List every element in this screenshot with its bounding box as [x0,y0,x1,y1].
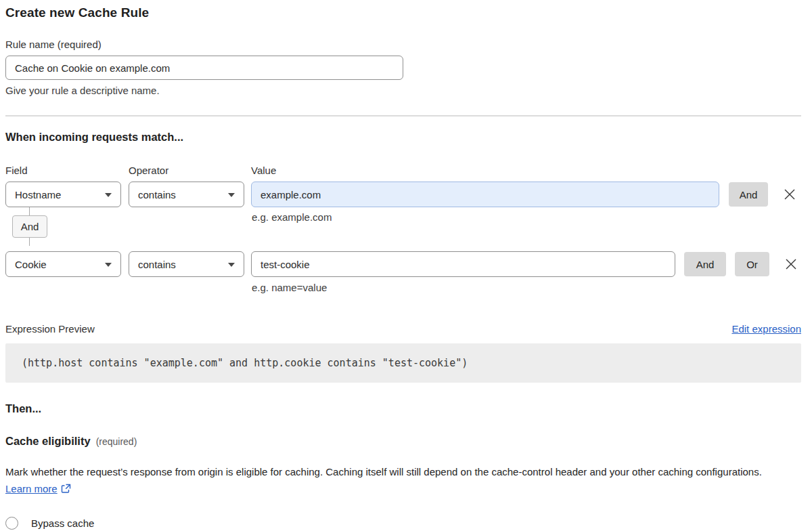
value-column-label: Value [251,165,801,176]
page-title: Create new Cache Rule [5,5,801,20]
x-icon [785,258,797,270]
external-link-icon [61,484,71,494]
field-column-label: Field [5,165,129,176]
rule-name-help: Give your rule a descriptive name. [5,85,801,96]
radio-unselected-icon[interactable] [5,517,18,530]
create-cache-rule-page: Create new Cache Rule Rule name (require… [0,0,812,531]
match-row: Cookie contains And Or [5,251,801,277]
radio-label: Bypass cache [31,517,94,529]
chevron-down-icon [105,193,112,197]
operator-select[interactable]: contains [129,251,244,277]
field-select-value: Hostname [15,189,61,200]
value-hint: e.g. name=value [252,282,801,293]
connector-and-button[interactable]: And [12,215,47,238]
match-column-labels: Field Operator Value [5,165,801,176]
radio-option-bypass-cache[interactable]: Bypass cache [5,517,801,530]
then-heading: Then... [5,402,801,415]
connector-line [29,207,30,215]
operator-select-value: contains [138,259,176,270]
x-icon [784,188,796,200]
and-button[interactable]: And [684,252,726,276]
field-select-value: Cookie [15,259,47,270]
remove-condition-button[interactable] [782,187,797,202]
field-select[interactable]: Hostname [5,182,121,207]
edit-expression-link[interactable]: Edit expression [731,323,801,335]
cache-eligibility-title: Cache eligibility [5,435,91,448]
operator-select-value: contains [138,189,176,200]
expression-code-block: (http.host contains "example.com" and ht… [5,343,801,383]
match-row: Hostname contains And [5,182,801,207]
expression-preview-label: Expression Preview [5,323,95,335]
match-section-heading: When incoming requests match... [5,131,801,144]
remove-condition-button[interactable] [784,257,798,272]
value-input[interactable] [251,182,719,207]
value-hint: e.g. example.com [252,211,332,223]
chevron-down-icon [228,263,235,267]
rule-name-input[interactable] [5,56,403,80]
section-divider [5,115,801,116]
expression-preview-header: Expression Preview Edit expression [5,323,801,335]
operator-column-label: Operator [129,165,251,176]
connector-line [29,238,30,246]
field-select[interactable]: Cookie [5,251,121,277]
chevron-down-icon [105,263,112,267]
or-button[interactable]: Or [735,252,769,276]
chevron-down-icon [228,193,235,197]
operator-select[interactable]: contains [129,182,244,207]
description-text: Mark whether the request’s response from… [5,466,762,477]
rule-name-label: Rule name (required) [5,39,801,50]
learn-more-link[interactable]: Learn more [5,483,58,494]
cache-eligibility-heading: Cache eligibility (required) [5,435,801,448]
cache-eligibility-description: Mark whether the request’s response from… [5,463,789,497]
row-connector-zone: e.g. example.com And [5,207,801,246]
and-button[interactable]: And [729,182,768,207]
value-input[interactable] [251,251,675,277]
required-tag: (required) [96,436,137,447]
